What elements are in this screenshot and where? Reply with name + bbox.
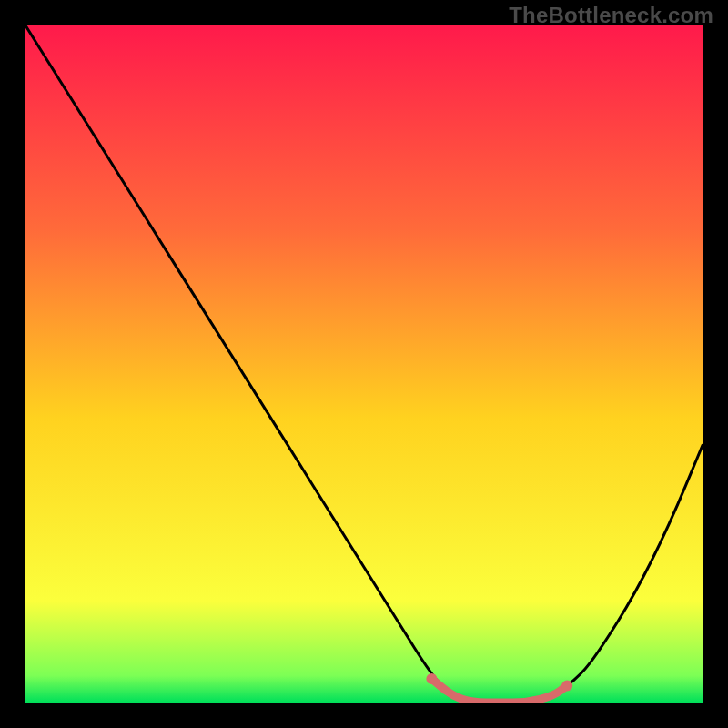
highlight-dot bbox=[426, 673, 437, 684]
highlight-dot bbox=[561, 680, 572, 691]
gradient-background bbox=[25, 25, 703, 703]
watermark-text: TheBottleneck.com bbox=[509, 3, 713, 28]
chart-frame: TheBottleneck.com bbox=[0, 0, 728, 728]
chart-svg bbox=[25, 25, 703, 703]
plot-area bbox=[25, 25, 703, 703]
